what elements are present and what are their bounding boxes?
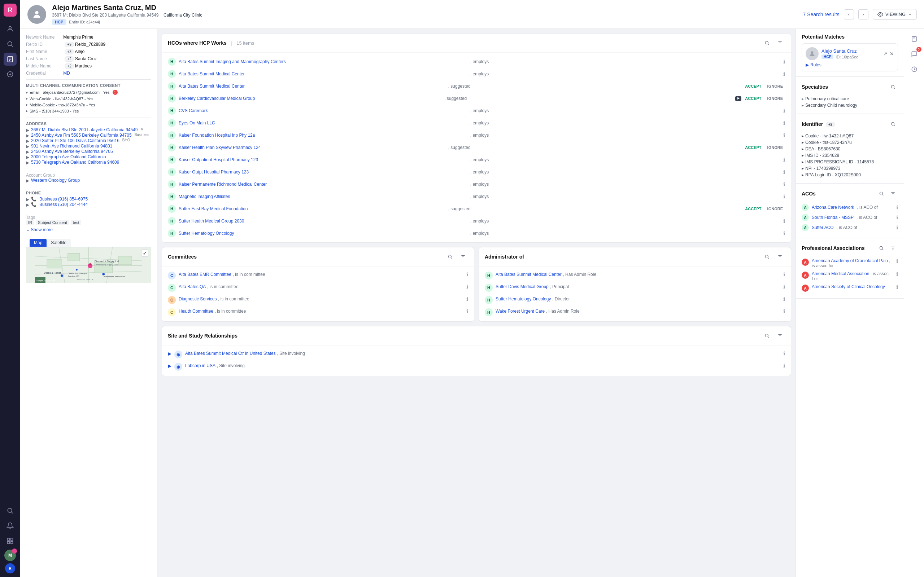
admin-info-icon[interactable]: ℹ (783, 308, 785, 314)
hco-name[interactable]: Kaiser Foundation Hospital Inp Phy 12a (179, 133, 467, 138)
prof-info-icon[interactable]: ℹ (896, 258, 898, 264)
aco-name[interactable]: South Florida - MSSP (812, 215, 854, 220)
show-more-link[interactable]: ⌄ Show more (26, 227, 151, 232)
satellite-tab[interactable]: Satellite (47, 239, 71, 247)
site-info-icon[interactable]: ℹ (783, 351, 785, 356)
prof-assoc-filter-button[interactable] (888, 243, 898, 253)
link-icon[interactable]: ↗ (883, 51, 888, 56)
committees-search-button[interactable] (445, 252, 455, 262)
aco-name[interactable]: Arizona Care Network (812, 205, 854, 210)
next-nav-button[interactable]: › (858, 10, 868, 19)
info-icon[interactable]: ℹ (783, 132, 785, 138)
hco-name[interactable]: Eyes On Main LLC (179, 121, 467, 126)
address-item[interactable]: ▶3000 Telegraph Ave Oakland California (26, 154, 151, 160)
far-icon-chat[interactable]: 3 (908, 48, 921, 61)
sidebar-icon-grid[interactable] (3, 534, 16, 548)
committees-filter-button[interactable] (458, 252, 468, 262)
info-icon[interactable]: ℹ (783, 71, 785, 77)
prof-info-icon[interactable]: ℹ (896, 271, 898, 277)
acos-search-button[interactable] (876, 189, 887, 199)
hco-name[interactable]: Sutter Health Medical Group 2030 (179, 219, 467, 224)
ignore-button[interactable]: IGNORE (765, 83, 785, 89)
hco-name[interactable]: Alta Bates Summit Medical Center (179, 84, 446, 89)
committee-info-icon[interactable]: ℹ (466, 272, 468, 277)
address-item[interactable]: ▶2020 Sutter Pl Ste 106 Davis California… (26, 138, 151, 143)
accept-button[interactable]: ACCEPT (743, 145, 763, 150)
accept-button[interactable]: ACCEPT (743, 83, 763, 89)
committee-info-icon[interactable]: ℹ (466, 308, 468, 314)
site-info-icon[interactable]: ℹ (783, 363, 785, 369)
admin-name[interactable]: Wake Forest Urgent Care (496, 309, 544, 314)
admin-search-button[interactable] (762, 252, 772, 262)
info-icon[interactable]: ℹ (783, 157, 785, 163)
admin-filter-button[interactable] (775, 252, 785, 262)
committee-name[interactable]: Alta Bates QA (179, 284, 206, 289)
hco-name[interactable]: Kaiser Health Plan Skyview Pharmacy 124 (179, 145, 446, 150)
committee-info-icon[interactable]: ℹ (466, 296, 468, 302)
aco-name[interactable]: Sutter ACO (812, 225, 834, 230)
map-tab[interactable]: Map (30, 239, 47, 247)
info-icon[interactable]: ℹ (783, 108, 785, 114)
info-icon[interactable]: ℹ (783, 59, 785, 64)
admin-info-icon[interactable]: ℹ (783, 296, 785, 302)
aco-info-icon[interactable]: ℹ (896, 205, 898, 210)
address-item[interactable]: ▶2450 Ashby Ave Berkeley California 9470… (26, 149, 151, 154)
admin-name[interactable]: Sutter Hematology Oncology (496, 297, 551, 301)
hcos-search-button[interactable] (762, 38, 772, 48)
address-item[interactable]: ▶5730 Telegraph Ave Oakland California 9… (26, 160, 151, 165)
prof-name[interactable]: American Medical Association (812, 271, 869, 276)
unlink-icon[interactable]: ✕ (890, 51, 894, 56)
phone-item[interactable]: ▶📞Business (510) 204-4444 (26, 202, 151, 207)
hco-name[interactable]: Sutter Hematology Oncology (179, 231, 467, 236)
info-icon[interactable]: ℹ (783, 218, 785, 224)
rules-expand[interactable]: ▶ Rules (806, 62, 894, 68)
aco-info-icon[interactable]: ℹ (896, 214, 898, 220)
hco-name[interactable]: Kaiser Outpatient Hospital Pharmacy 123 (179, 157, 467, 162)
hco-name[interactable]: Alta Bates Summit Medical Center (179, 71, 467, 76)
admin-info-icon[interactable]: ℹ (783, 272, 785, 277)
info-icon[interactable]: ℹ (783, 193, 785, 200)
hco-name[interactable]: CVS Caremark (179, 108, 467, 113)
prof-name[interactable]: American Society of Clinical Oncology (812, 284, 885, 289)
ignore-button[interactable]: IGNORE (765, 95, 785, 102)
info-icon[interactable]: ℹ (783, 230, 785, 236)
address-item[interactable]: ▶3687 Mt Diablo Blvd Ste 200 Lafayette C… (26, 127, 151, 133)
hco-name[interactable]: Sutter East Bay Medical Foundation (179, 206, 446, 211)
aco-info-icon[interactable]: ℹ (896, 225, 898, 230)
secondary-avatar[interactable]: R (5, 563, 15, 574)
info-icon[interactable]: ℹ (783, 181, 785, 187)
address-item[interactable]: ▶2450 Ashby Ave Rm 5505 Berkeley Califor… (26, 133, 151, 138)
hcos-filter-button[interactable] (775, 38, 785, 48)
specialties-search-button[interactable] (888, 82, 898, 92)
sidebar-icon-bell[interactable] (3, 519, 16, 532)
committee-name[interactable]: Alta Bates EMR Committee (179, 272, 231, 277)
pm-name[interactable]: Alejo Santa Cruz (822, 48, 858, 54)
address-item[interactable]: ▶901 Nevin Ave Richmond California 94801 (26, 143, 151, 149)
committee-name[interactable]: Diagnostic Services (179, 297, 216, 301)
sidebar-icon-search[interactable] (3, 37, 16, 50)
accept-button[interactable]: ACCEPT (743, 95, 763, 102)
ignore-button[interactable]: IGNORE (765, 206, 785, 212)
prof-info-icon[interactable]: ℹ (896, 284, 898, 290)
hco-name[interactable]: Magnetic Imaging Affiliates (179, 194, 467, 199)
sidebar-icon-person[interactable] (3, 23, 16, 35)
phone-item[interactable]: ▶📞Business (916) 854-6975 (26, 197, 151, 202)
site-study-filter-button[interactable] (775, 331, 785, 341)
hco-name[interactable]: Berkeley Cardiovascular Medical Group (179, 96, 441, 101)
admin-name[interactable]: Alta Bates Summit Medical Center (496, 272, 562, 277)
hco-name[interactable]: Kaiser Outpt Hospital Pharmacy 123 (179, 169, 467, 174)
ignore-button[interactable]: IGNORE (765, 145, 785, 150)
site-name[interactable]: Alta Bates Summit Medical Ctr in United … (185, 351, 276, 356)
prof-assoc-search-button[interactable] (876, 243, 887, 253)
hco-name[interactable]: Kaiser Permanente Richmond Medical Cente… (179, 182, 467, 187)
prof-name[interactable]: American Academy of Craniofacial Pain (812, 258, 888, 263)
admin-info-icon[interactable]: ℹ (783, 284, 785, 290)
far-icon-document[interactable] (908, 32, 921, 45)
credential-value[interactable]: MD (63, 71, 70, 76)
site-study-search-button[interactable] (762, 331, 772, 341)
hco-name[interactable]: Alta Bates Summit Imaging and Mammograph… (179, 59, 467, 64)
sidebar-icon-document[interactable] (3, 53, 16, 66)
info-icon[interactable]: ℹ (783, 169, 785, 175)
account-group-value[interactable]: ▶ Western Oncology Group (26, 178, 151, 183)
viewing-button[interactable]: VIEWING (873, 9, 917, 20)
